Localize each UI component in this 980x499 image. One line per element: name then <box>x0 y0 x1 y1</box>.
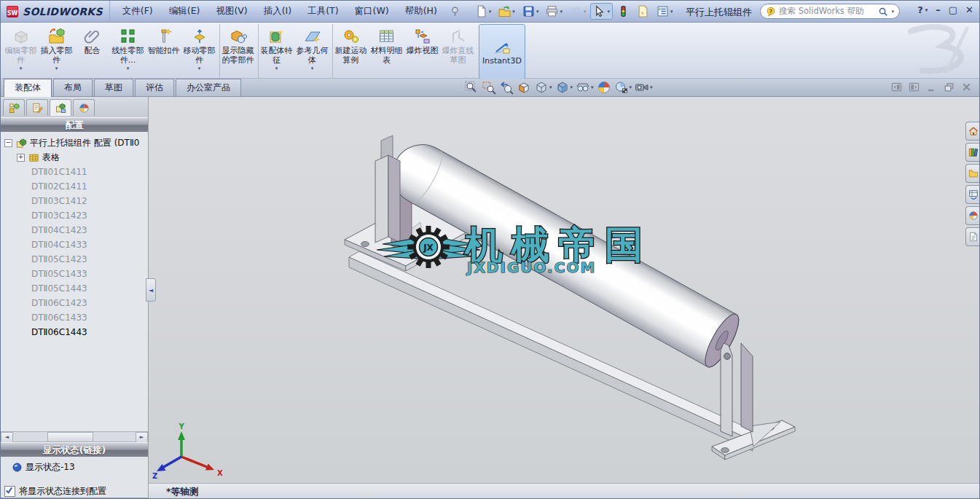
dropdown-caret-icon[interactable]: ▾ <box>275 66 278 71</box>
scroll-right-arrow[interactable]: ► <box>136 432 148 443</box>
dropdown-caret-icon[interactable]: ▾ <box>55 66 58 71</box>
manager-tab[interactable] <box>50 99 71 116</box>
configuration-row[interactable]: DTⅡ06C1433 <box>1 310 148 325</box>
menu-item[interactable]: 文件(F) <box>114 2 161 20</box>
quick-access-button[interactable]: ▾ <box>495 3 518 20</box>
display-state-row[interactable]: 显示状态-13 <box>1 459 148 475</box>
menu-item[interactable]: 编辑(E) <box>161 2 208 20</box>
view-tool-button[interactable]: ▾ <box>635 80 653 95</box>
pin-icon[interactable] <box>450 6 460 17</box>
manager-tab[interactable] <box>3 99 25 116</box>
dropdown-caret-icon[interactable]: ▾ <box>127 66 130 71</box>
search-icon[interactable] <box>878 7 888 17</box>
task-pane-tab[interactable] <box>965 227 980 246</box>
menu-item[interactable]: 工具(T) <box>299 2 346 20</box>
dropdown-caret-icon[interactable]: ▾ <box>512 9 515 15</box>
quick-access-button[interactable]: ▾ <box>472 3 495 20</box>
quick-access-button[interactable]: ▾ <box>590 3 613 20</box>
collapse-icon[interactable]: − <box>4 139 12 147</box>
ribbon-button[interactable]: 新建运动算例 ▾ <box>332 24 369 79</box>
dropdown-caret-icon[interactable]: ▾ <box>560 9 562 15</box>
ribbon-button[interactable]: 配合 ▾ <box>74 24 110 79</box>
ribbon-button[interactable]: 线性零部件... ▾ <box>110 24 146 79</box>
dropdown-caret-icon[interactable]: ▾ <box>311 66 314 71</box>
doc-window-button[interactable] <box>891 82 902 93</box>
right-bracket[interactable] <box>712 343 795 460</box>
command-tab[interactable]: 草图 <box>94 79 133 96</box>
maximize-button[interactable]: ▢ <box>949 4 957 15</box>
doc-window-button[interactable] <box>944 82 954 93</box>
model-canvas[interactable]: JX 机械帝国 JXDIGUO.COM Y X Z <box>149 97 980 483</box>
horizontal-scrollbar[interactable]: ◄ ► <box>1 431 148 442</box>
dropdown-caret-icon[interactable]: ▾ <box>536 9 539 15</box>
configuration-row[interactable]: DTⅡ04C1433 <box>1 237 148 252</box>
view-tool-button[interactable]: ▾ <box>499 80 514 95</box>
ribbon-button[interactable]: 爆炸直线草图 ▾ <box>440 24 476 79</box>
view-tool-button[interactable]: ▾ <box>464 80 479 95</box>
doc-window-button[interactable] <box>909 82 920 93</box>
configuration-row[interactable]: DTⅡ01C1411 <box>1 165 148 179</box>
dropdown-caret-icon[interactable]: ▾ <box>198 66 201 71</box>
dropdown-caret-icon[interactable]: ▾ <box>591 85 594 90</box>
configuration-row[interactable]: DTⅡ02C1411 <box>1 179 148 194</box>
menu-item[interactable]: 视图(V) <box>208 2 255 20</box>
quick-access-button[interactable]: ▾ <box>614 3 632 20</box>
manager-tab[interactable] <box>26 99 48 116</box>
view-tool-button[interactable]: ▾ <box>482 80 496 95</box>
view-tool-button[interactable]: ▾ <box>576 80 594 95</box>
dropdown-caret-icon[interactable]: ▾ <box>571 85 573 90</box>
configuration-row[interactable]: DTⅡ05C1423 <box>1 252 148 267</box>
configuration-row[interactable]: DTⅡ03C1423 <box>1 208 148 223</box>
help-button[interactable]: ? <box>917 4 923 15</box>
view-tool-button[interactable]: ▾ <box>534 80 552 95</box>
task-pane-tab[interactable] <box>965 122 980 141</box>
dropdown-caret-icon[interactable]: ▾ <box>20 66 23 71</box>
task-pane-tab[interactable] <box>965 206 980 225</box>
doc-window-button[interactable] <box>961 82 972 93</box>
configuration-row[interactable]: DTⅡ05C1443 <box>1 281 148 296</box>
quick-access-button[interactable]: ▾ <box>567 3 589 20</box>
design-table-row[interactable]: + 表格 <box>1 150 148 165</box>
command-tab[interactable]: 装配体 <box>4 79 52 97</box>
configuration-row[interactable]: DTⅡ03C1412 <box>1 194 148 208</box>
ribbon-button[interactable]: 材料明细表 ▾ <box>369 24 404 79</box>
scrollbar-thumb[interactable] <box>47 432 93 442</box>
view-tool-button[interactable]: ▾ <box>555 80 573 95</box>
view-tool-button[interactable]: ▾ <box>614 80 632 95</box>
menu-item[interactable]: 插入(I) <box>256 2 299 20</box>
quick-access-button[interactable]: ▾ <box>520 3 542 20</box>
scroll-left-arrow[interactable]: ◄ <box>1 432 13 443</box>
configuration-row[interactable]: DTⅡ04C1423 <box>1 223 148 237</box>
scrollbar-track[interactable] <box>13 432 136 441</box>
left-bracket-column[interactable] <box>375 155 400 243</box>
dropdown-caret-icon[interactable]: ▾ <box>549 85 552 90</box>
task-pane-tab[interactable] <box>965 143 980 162</box>
dropdown-caret-icon[interactable]: ▾ <box>630 85 632 90</box>
ribbon-button[interactable]: Instant3D ▾ <box>479 24 525 79</box>
manager-tab[interactable] <box>73 99 95 116</box>
dropdown-caret-icon[interactable]: ▾ <box>489 9 492 15</box>
link-display-states-checkbox[interactable] <box>4 486 15 497</box>
configuration-row[interactable]: DTⅡ06C1423 <box>1 296 148 310</box>
ribbon-button[interactable]: 移动零部件 ▾ <box>181 24 217 79</box>
ribbon-button[interactable]: 编辑零部件 ▾ <box>3 24 39 79</box>
dropdown-caret-icon[interactable]: ▾ <box>650 85 653 90</box>
quick-access-button[interactable]: ▾ <box>543 3 565 20</box>
panel-splitter[interactable]: ◄ <box>146 278 156 302</box>
configuration-row[interactable]: DTⅡ05C1433 <box>1 267 148 281</box>
close-button[interactable]: ✕ <box>965 4 973 15</box>
task-pane-tab[interactable] <box>965 185 980 204</box>
doc-window-button[interactable] <box>926 82 937 93</box>
ribbon-button[interactable]: 装配体特征 ▾ <box>258 24 294 79</box>
configuration-root-row[interactable]: − 平行上托辊组件 配置 (DTⅡ0 <box>1 135 148 150</box>
ribbon-button[interactable]: 显示隐藏的零部件 ▾ <box>219 24 256 79</box>
ribbon-button[interactable]: 爆炸视图 ▾ <box>404 24 440 79</box>
configuration-row[interactable]: DTⅡ06C1443 <box>1 325 148 339</box>
ribbon-button[interactable]: 插入零部件 ▾ <box>39 24 74 79</box>
command-tab[interactable]: 布局 <box>53 79 93 96</box>
help-dropdown-icon[interactable]: ▾ <box>925 7 928 13</box>
view-tool-button[interactable]: ▾ <box>517 80 531 95</box>
menu-item[interactable]: 窗口(W) <box>347 2 397 20</box>
view-tool-button[interactable]: ▾ <box>597 80 611 95</box>
task-pane-tab[interactable] <box>965 164 980 183</box>
